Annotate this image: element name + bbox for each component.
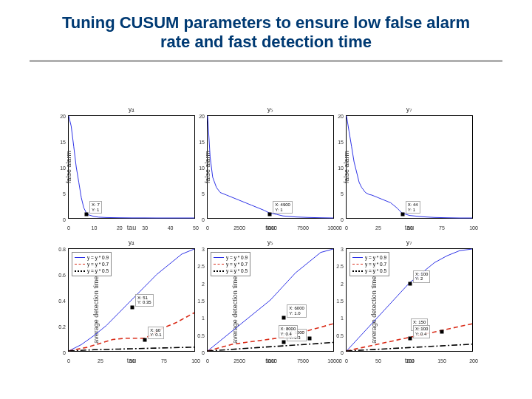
- legend-label: y = y * 0.5: [87, 267, 109, 274]
- data-marker: [85, 213, 89, 216]
- plot-svg: [347, 116, 472, 218]
- legend-label: y = y * 0.7: [365, 261, 386, 267]
- panel-title: y₄: [129, 106, 135, 113]
- data-marker: [409, 337, 412, 341]
- data-marker: [131, 305, 134, 309]
- plot-area: y₅average detection time (hour)tau025005…: [207, 248, 334, 352]
- panel-title: y₅: [267, 106, 274, 113]
- panel-title: y₅: [267, 239, 274, 246]
- data-marker: [307, 337, 311, 341]
- chart-cell: y₅average detection time (hour)tau025005…: [198, 236, 334, 366]
- slide: Tuning CUSUM parameters to ensure low fa…: [0, 0, 532, 399]
- chart-cell: y₇false alarmtau025507510005101520X: 44 …: [337, 103, 473, 233]
- data-marker: [400, 213, 404, 216]
- legend: y = y * 0.9y = y * 0.7y = y * 0.5: [72, 252, 112, 276]
- plot-svg: [69, 116, 194, 218]
- legend-label: y = y * 0.5: [226, 267, 248, 274]
- legend-label: y = y * 0.7: [87, 261, 109, 267]
- legend-label: y = y * 0.9: [365, 254, 386, 261]
- plot-area: y₄average detection time (hour)tau025507…: [68, 248, 195, 352]
- legend-label: y = y * 0.9: [87, 254, 109, 261]
- chart-cell: y₄average detection time (hour)tau025507…: [59, 236, 195, 366]
- panel-title: y₇: [406, 106, 413, 113]
- plot-area: y₇average detection time (hour)tau050100…: [346, 248, 473, 352]
- x-axis-label: tau: [127, 224, 137, 231]
- plot-area: y₄false alarmtau0102030405005101520X: 7 …: [68, 115, 195, 219]
- data-marker: [409, 282, 412, 285]
- legend: y = y * 0.9y = y * 0.7y = y * 0.5: [349, 252, 389, 276]
- legend-label: y = y * 0.7: [226, 261, 248, 267]
- panel-title: y₇: [406, 239, 413, 246]
- plot-svg: [208, 116, 333, 218]
- chart-cell: y₅false alarmtau025005000750010000051015…: [198, 103, 334, 233]
- divider: [30, 60, 502, 62]
- legend-label: y = y * 0.9: [226, 254, 248, 261]
- plot-area: y₇false alarmtau025507510005101520X: 44 …: [346, 115, 473, 219]
- data-marker: [440, 330, 444, 334]
- slide-title: Tuning CUSUM parameters to ensure low fa…: [0, 0, 532, 60]
- chart-cell: y₄false alarmtau0102030405005101520X: 7 …: [59, 103, 195, 233]
- plot-area: y₅false alarmtau025005000750010000051015…: [207, 115, 334, 219]
- data-marker: [143, 338, 147, 341]
- chart-cell: y₇average detection time (hour)tau050100…: [337, 236, 473, 366]
- data-marker: [268, 213, 272, 216]
- legend-label: y = y * 0.5: [365, 267, 386, 274]
- data-marker: [282, 316, 286, 320]
- legend: y = y * 0.9y = y * 0.7y = y * 0.5: [211, 252, 250, 276]
- data-marker: [282, 341, 286, 344]
- panel-title: y₄: [129, 239, 135, 246]
- chart-grid: y₄false alarmtau0102030405005101520X: 7 …: [59, 103, 473, 369]
